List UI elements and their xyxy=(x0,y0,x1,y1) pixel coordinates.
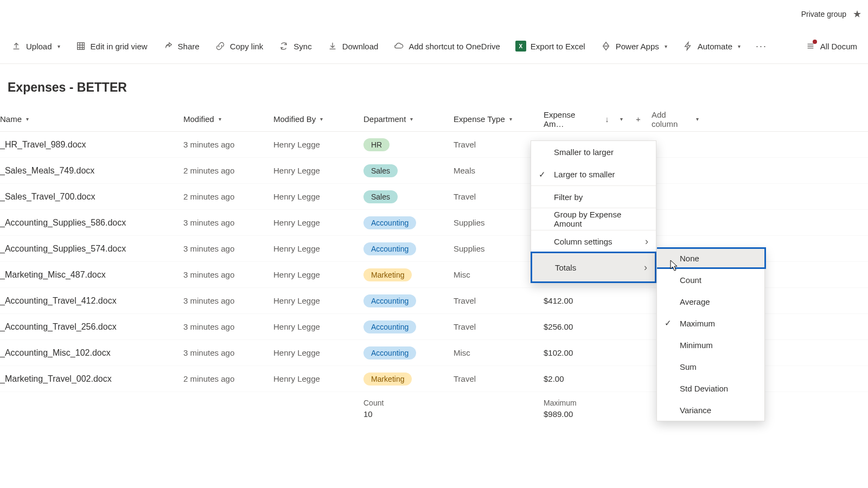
cell-modifiedby: Henry Legge xyxy=(267,140,357,149)
cell-department: Accounting xyxy=(357,216,447,229)
column-header-name[interactable]: Name▾ xyxy=(0,114,177,124)
cell-modifiedby: Henry Legge xyxy=(267,270,357,279)
menu-column-settings[interactable]: Column settings xyxy=(531,230,656,252)
department-pill: Accounting xyxy=(363,216,416,229)
sync-icon xyxy=(278,41,289,52)
submenu-maximum[interactable]: Maximum xyxy=(657,312,764,334)
cell-expensetype: Supplies xyxy=(447,218,537,227)
submenu-stddev[interactable]: Std Deviation xyxy=(657,377,764,399)
cell-name[interactable]: _Accounting_Travel_412.docx xyxy=(0,296,177,306)
column-header-expensetype[interactable]: Expense Type▾ xyxy=(447,114,537,124)
submenu-minimum[interactable]: Minimum xyxy=(657,334,764,356)
cell-name[interactable]: _Marketing_Travel_002.docx xyxy=(0,374,177,384)
column-context-menu: Smaller to larger Larger to smaller Filt… xyxy=(531,140,656,283)
menu-larger-to-smaller[interactable]: Larger to smaller xyxy=(531,163,656,185)
column-header-modifiedby[interactable]: Modified By▾ xyxy=(267,114,357,124)
table-row[interactable]: _Accounting_Supplies_586.docx3 minutes a… xyxy=(0,210,868,236)
cell-modifiedby: Henry Legge xyxy=(267,322,357,331)
chevron-down-icon: ▾ xyxy=(58,43,60,49)
cell-modifiedby: Henry Legge xyxy=(267,218,357,227)
cell-name[interactable]: _Sales_Travel_700.docx xyxy=(0,192,177,202)
toolbar: Upload ▾ Edit in grid view Share Copy li… xyxy=(0,29,868,64)
submenu-variance[interactable]: Variance xyxy=(657,399,764,421)
department-pill: Sales xyxy=(363,190,398,203)
cell-name[interactable]: _Accounting_Supplies_574.docx xyxy=(0,244,177,254)
share-icon xyxy=(163,41,174,52)
grid-icon xyxy=(75,41,86,52)
table-row[interactable]: _HR_Travel_989.docx3 minutes agoHenry Le… xyxy=(0,132,868,158)
cell-modifiedby: Henry Legge xyxy=(267,192,357,201)
cell-amount: $2.00 xyxy=(537,374,629,383)
cell-expensetype: Misc xyxy=(447,270,537,279)
cell-modifiedby: Henry Legge xyxy=(267,348,357,357)
star-icon[interactable]: ★ xyxy=(853,8,861,20)
power-apps-button[interactable]: Power Apps ▾ xyxy=(594,36,674,56)
plus-icon: + xyxy=(636,114,641,124)
powerapps-icon xyxy=(601,41,611,52)
sync-button[interactable]: Sync xyxy=(272,36,318,56)
cursor-icon xyxy=(668,259,679,272)
submenu-sum[interactable]: Sum xyxy=(657,356,764,377)
view-selector-button[interactable]: All Docum xyxy=(799,36,864,56)
menu-totals[interactable]: Totals xyxy=(531,252,656,283)
column-header-department[interactable]: Department▾ xyxy=(357,114,447,124)
edit-grid-button[interactable]: Edit in grid view xyxy=(69,36,154,56)
cell-department: Marketing xyxy=(357,268,447,281)
chevron-down-icon: ▾ xyxy=(665,43,667,49)
onedrive-icon xyxy=(393,41,404,52)
department-pill: Accounting xyxy=(363,320,416,333)
cell-modifiedby: Henry Legge xyxy=(267,244,357,253)
cell-expensetype: Meals xyxy=(447,166,537,175)
table-row[interactable]: _Sales_Meals_749.docx2 minutes agoHenry … xyxy=(0,158,868,184)
add-column-button[interactable]: + Add column ▾ xyxy=(629,110,705,129)
table-row[interactable]: _Sales_Travel_700.docx2 minutes agoHenry… xyxy=(0,184,868,210)
cell-expensetype: Travel xyxy=(447,296,537,305)
cell-department: Accounting xyxy=(357,320,447,333)
cell-name[interactable]: _Marketing_Misc_487.docx xyxy=(0,270,177,280)
footer-count-label: Count xyxy=(363,399,441,407)
export-excel-button[interactable]: X Export to Excel xyxy=(509,36,592,56)
cell-name[interactable]: _HR_Travel_989.docx xyxy=(0,140,177,150)
submenu-average[interactable]: Average xyxy=(657,291,764,312)
share-label: Share xyxy=(178,42,200,51)
menu-smaller-to-larger[interactable]: Smaller to larger xyxy=(531,141,656,163)
upload-icon xyxy=(11,41,22,52)
chevron-down-icon: ▾ xyxy=(620,116,623,122)
cell-name[interactable]: _Accounting_Supplies_586.docx xyxy=(0,218,177,228)
cell-modified: 3 minutes ago xyxy=(177,296,267,305)
excel-icon: X xyxy=(515,41,526,52)
cell-modifiedby: Henry Legge xyxy=(267,166,357,175)
add-shortcut-button[interactable]: Add shortcut to OneDrive xyxy=(387,36,506,56)
copy-link-button[interactable]: Copy link xyxy=(208,36,270,56)
automate-icon xyxy=(682,41,693,52)
cell-department: Accounting xyxy=(357,294,447,307)
upload-button[interactable]: Upload ▾ xyxy=(4,36,67,56)
cell-modified: 2 minutes ago xyxy=(177,374,267,383)
column-header-modified[interactable]: Modified▾ xyxy=(177,114,267,124)
automate-button[interactable]: Automate ▾ xyxy=(676,36,747,56)
column-header-expenseamount[interactable]: Expense Am… ↓ ▾ xyxy=(537,110,629,129)
footer-count-value: 10 xyxy=(363,409,441,419)
share-button[interactable]: Share xyxy=(156,36,206,56)
menu-filter-by[interactable]: Filter by xyxy=(531,185,656,208)
cell-department: Accounting xyxy=(357,242,447,255)
cell-modified: 2 minutes ago xyxy=(177,192,267,201)
download-button[interactable]: Download xyxy=(321,36,385,56)
upload-label: Upload xyxy=(26,42,52,51)
cell-amount: $102.00 xyxy=(537,348,629,357)
menu-group-by[interactable]: Group by Expense Amount xyxy=(531,208,656,230)
department-pill: Marketing xyxy=(363,373,412,386)
cell-name[interactable]: _Sales_Meals_749.docx xyxy=(0,166,177,176)
more-button[interactable]: ··· xyxy=(749,36,774,56)
download-icon xyxy=(327,41,338,52)
cell-expensetype: Travel xyxy=(447,140,537,149)
copy-link-label: Copy link xyxy=(230,42,264,51)
cell-name[interactable]: _Accounting_Misc_102.docx xyxy=(0,348,177,358)
cell-name[interactable]: _Accounting_Travel_256.docx xyxy=(0,322,177,332)
link-icon xyxy=(215,41,226,52)
topbar: Private group ★ xyxy=(0,0,868,29)
chevron-down-icon: ▾ xyxy=(219,116,221,122)
grid-header-row: Name▾ Modified▾ Modified By▾ Department▾… xyxy=(0,107,868,132)
cell-expensetype: Supplies xyxy=(447,244,537,253)
department-pill: Accounting xyxy=(363,346,416,359)
